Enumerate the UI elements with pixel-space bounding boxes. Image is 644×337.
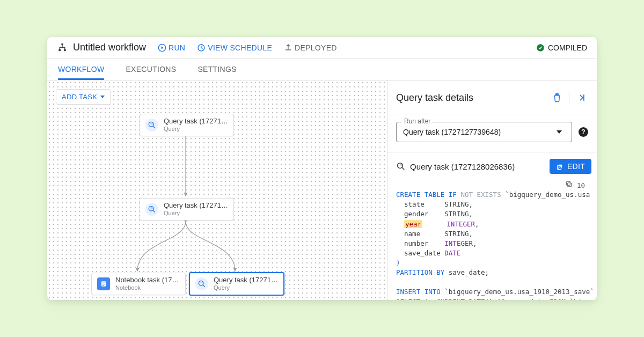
deployed-label: DEPLOYED [295,43,337,52]
svg-rect-12 [103,282,105,283]
panel-title: Query task details [396,92,473,104]
check-circle-icon [536,43,545,52]
query-icon [396,162,406,171]
node-query-3[interactable]: Query task (1727128026… Query [189,272,284,296]
compiled-status: COMPILED [536,43,587,52]
node-subtitle: Query [214,284,278,291]
edit-label: EDIT [567,162,585,171]
page-title: Untitled workflow [73,42,146,53]
delete-button[interactable] [547,88,567,107]
clock-icon [197,43,206,52]
svg-rect-1 [58,49,61,51]
panel-header: Query task details [387,80,597,114]
svg-rect-20 [567,181,570,185]
node-title: Query task (1727127619… [164,118,228,126]
compiled-label: COMPILED [548,43,587,52]
open-external-icon [556,163,564,171]
add-task-label: ADD TASK [62,93,97,101]
node-subtitle: Query [164,210,228,217]
deploy-icon [284,43,292,52]
node-query-2[interactable]: Query task (1727127739… Query [140,198,234,221]
run-label: RUN [169,43,185,52]
edit-button[interactable]: EDIT [550,159,591,174]
node-query-1[interactable]: Query task (1727127619… Query [140,114,234,136]
workflow-icon [57,42,68,53]
trash-icon [552,93,562,102]
svg-rect-13 [103,284,105,284]
details-panel: Query task details Run after Query task … [387,80,597,300]
content: ADD TASK [47,80,597,300]
tab-workflow[interactable]: WORKFLOW [58,58,104,80]
tabs: WORKFLOW EXECUTIONS SETTINGS [47,58,597,80]
svg-rect-19 [568,183,572,187]
task-name-bar: Query task (1727128026836) EDIT [387,152,597,180]
run-after-section: Run after Query task (1727127739648) ? [387,114,597,152]
node-subtitle: Notebook [115,284,180,291]
collapse-panel-button[interactable] [569,92,588,104]
node-title: Query task (1727127739… [164,202,228,210]
sql-code: 10CREATE TABLE IF NOT EXISTS `bigquery_d… [387,180,597,300]
workflow-canvas[interactable]: ADD TASK [47,80,387,300]
run-button[interactable]: RUN [158,43,185,52]
svg-point-0 [61,43,63,45]
tab-settings[interactable]: SETTINGS [197,58,236,80]
play-circle-icon [158,43,166,52]
deployed-indicator[interactable]: DEPLOYED [284,43,337,52]
view-schedule-button[interactable]: VIEW SCHEDULE [197,43,272,52]
svg-rect-2 [64,49,66,51]
node-title: Notebook task (172712… [115,276,180,284]
svg-rect-14 [103,285,104,285]
query-icon [195,277,208,290]
run-after-legend: Run after [402,118,433,125]
collapse-icon [576,93,586,102]
notebook-icon [97,277,110,290]
run-after-select[interactable]: Run after Query task (1727127739648) [396,122,572,142]
copy-button[interactable]: 10 [565,180,585,191]
help-icon[interactable]: ? [579,127,588,137]
chevron-down-icon [100,96,105,98]
node-notebook[interactable]: Notebook task (172712… Notebook [91,273,186,295]
run-after-value: Query task (1727127739648) [403,128,557,136]
chevron-down-icon [557,130,562,134]
view-schedule-label: VIEW SCHEDULE [208,43,272,52]
task-name: Query task (1727128026836) [410,162,515,171]
node-title: Query task (1727128026… [214,276,278,284]
header-bar: Untitled workflow RUN VIEW SCHEDULE DEPL… [47,37,597,58]
query-icon [145,203,158,216]
title-group: Untitled workflow [57,42,146,53]
app-window: Untitled workflow RUN VIEW SCHEDULE DEPL… [47,37,597,300]
node-subtitle: Query [164,126,228,133]
tab-executions[interactable]: EXECUTIONS [126,58,176,80]
query-icon [145,119,158,131]
add-task-button[interactable]: ADD TASK [56,89,111,105]
